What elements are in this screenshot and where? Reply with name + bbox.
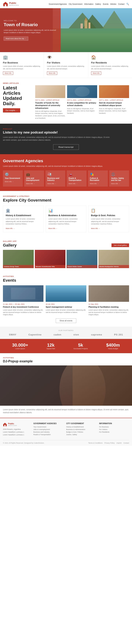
nav-contact[interactable]: Contact (118, 3, 124, 5)
card-residents-text: Lorem ipsum dolor sit amet, consectetur … (91, 65, 129, 70)
footer-link-info-1[interactable]: For Visitors (99, 428, 129, 430)
article-meta-0: Oct 3, 2021 · Latest Article (35, 99, 65, 101)
gov-link-2[interactable]: More info → (47, 183, 56, 184)
search-icon[interactable]: 🔍 (126, 3, 129, 5)
article-item-2: Oct 1, 2021 · Latest Article Sed do eius… (99, 85, 129, 119)
gallery-item-2[interactable]: Forest Visitor Center (67, 250, 97, 268)
footer-contact-link[interactable]: Contact (123, 442, 129, 444)
nav-government-agencies[interactable]: Government Agencies (49, 3, 67, 5)
footer-link-city-3[interactable]: Justice, Safety (66, 434, 96, 436)
explore-item-2: 📋 Budge & Govt. Policies Lorem ipsum dol… (88, 206, 129, 232)
footer-brand-sub: Services (8, 425, 17, 426)
podcast-transcript-button[interactable]: Read transcript (53, 144, 79, 150)
gov-link-4[interactable]: More info → (90, 183, 99, 184)
gov-item-2: 🏭 Business and Industry More info → (46, 170, 65, 186)
footer-link-city-1[interactable]: Business & Administration (66, 428, 96, 430)
footer-address: 2034 Rosario, ArgentinaLorem Hastellum L… (3, 428, 31, 436)
explore-link-0[interactable]: More info → (6, 228, 15, 229)
card-visitors-title: For Visitors (47, 61, 85, 64)
footer-link-gov-3[interactable]: Roads & Transportation (33, 434, 63, 436)
footer-link-gov-0[interactable]: Your Government (33, 426, 63, 428)
gov-link-3[interactable]: More info → (69, 183, 78, 184)
event-title-2[interactable]: Planning & Facilitation meeting (89, 306, 129, 308)
residents-icon: 🏠 (91, 55, 129, 60)
footer-terms-link[interactable]: Terms & Conditions (88, 442, 102, 444)
card-visitors-link[interactable]: More info (47, 72, 57, 75)
nav-gallery[interactable]: Gallery (95, 3, 101, 5)
footer-imprint-link[interactable]: Imprint (116, 442, 121, 444)
gallery-item-1[interactable]: Wooden Scandinavian Villa (35, 250, 66, 268)
popup-text: Lorem ipsum dolor sit amet, consectetur … (3, 408, 129, 414)
logo-sub: Services (9, 4, 19, 6)
hero-cta-button[interactable]: Read more about the city → (4, 36, 28, 40)
nav-city-government[interactable]: City Government (69, 3, 82, 5)
partners-section: Our Partners SWAY Capentine caden vion c… (0, 327, 132, 339)
gallery-virtual-button[interactable]: See virtual gallery (111, 244, 129, 247)
popup-label: Activities (3, 357, 129, 359)
gov-title-5: Justice, Safety and the law (111, 177, 127, 181)
footer-link-city-0[interactable]: History & Establishment (66, 426, 96, 428)
explore-link-2[interactable]: More info → (91, 228, 100, 229)
partner-logo-1: Capentine (28, 333, 42, 336)
footer-link-city-2[interactable]: Budge & Govt. Policies (66, 431, 96, 433)
gov-item-4: 🎭 Culture & Recreation More info → (88, 170, 108, 186)
footer-logo: Public Services (3, 422, 31, 426)
gov-icon-1: 💼 (26, 172, 42, 176)
hero-welcome: Welcome to (4, 20, 57, 22)
footer-link-info-2[interactable]: For Residents (99, 431, 129, 433)
gov-link-5[interactable]: More info → (111, 183, 120, 184)
gov-link-0[interactable]: More info → (5, 181, 14, 182)
event-image-1 (46, 285, 86, 302)
event-item-1: 16 Jul, 2021 Sport management webinar Lo… (46, 285, 86, 316)
card-business-link[interactable]: More info (3, 72, 13, 75)
card-residents-link[interactable]: More info (91, 72, 101, 75)
event-title-0[interactable]: Fintech & key investment Conference (3, 306, 43, 308)
show-all-events-button[interactable]: Show all events (56, 318, 76, 323)
footer-col-info-title: Information (99, 422, 129, 424)
event-item-0: 11 Jan, 2021 — 30 Jan, 2021 Fintech & ke… (3, 285, 43, 316)
event-text-2: Lorem ipsum dolor sit amet, consectetur … (89, 309, 129, 316)
article-title-2[interactable]: Sed do eiusmod tempor incididunt aliqua … (99, 102, 129, 107)
stat-number-0: 30.000+ (12, 342, 28, 348)
article-title-0[interactable]: Transfer of funds for the development of… (35, 102, 65, 110)
gov-item-3: 🚗 Roads & Transportation More info → (67, 170, 86, 186)
event-title-1[interactable]: Sport management webinar (46, 306, 86, 308)
explore-title: Explore City Government (3, 198, 129, 203)
gov-icon-4: 🎭 (90, 172, 106, 176)
popup-image-area (0, 366, 132, 406)
footer-link-info-0[interactable]: For Business (99, 426, 129, 428)
gallery-item-0[interactable]: Chelsea Group Tower (3, 250, 34, 268)
gallery-item-3[interactable]: Moskia Headquarter Interior (98, 250, 129, 268)
partners-label: Our Partners (3, 330, 129, 332)
gov-agencies-title: Goverment Agencies (3, 158, 129, 163)
explore-link-1[interactable]: More info → (48, 228, 57, 229)
latest-insights-button[interactable]: Our insights → (3, 108, 20, 112)
nav-information[interactable]: Information (84, 3, 93, 5)
cards-section: 🏢 For Business Lorem ipsum dolor sit ame… (0, 52, 132, 78)
article-image-2 (99, 85, 129, 98)
gallery-caption-2: Forest Visitor Center (67, 265, 97, 268)
hero-content: Welcome to Town of Rosario Lorem ipsum d… (0, 8, 61, 52)
latest-articles-layout: Latest Articles Updated Daily. Our insig… (3, 85, 129, 119)
stat-item-2: 5k Successful Projects (73, 342, 88, 350)
footer-col-city-gov: City Government History & Establishment … (66, 422, 96, 436)
gov-title-3: Roads & Transportation (69, 177, 85, 181)
article-item-0: Oct 3, 2021 · Latest Article Transfer of… (35, 85, 65, 119)
footer-link-gov-2[interactable]: Business and Industry (33, 431, 63, 433)
article-title-1[interactable]: A new competition for primary school stu… (67, 102, 97, 107)
partner-logo-2: caden (54, 333, 61, 336)
nav-articles[interactable]: Articles (110, 3, 116, 5)
footer: Public Services 2034 Rosario, ArgentinaL… (0, 418, 132, 446)
logo-name: Public (9, 2, 19, 4)
stat-label-3: Yearly Budget (106, 348, 120, 350)
card-residents-title: For Residents (91, 61, 129, 64)
latest-articles-label: News Articles (3, 82, 129, 84)
gallery-grid: Chelsea Group Tower Wooden Scandinavian … (3, 250, 129, 268)
nav-events[interactable]: Events (103, 3, 108, 5)
footer-link-gov-1[interactable]: Jobs & Unemployment (33, 428, 63, 430)
latest-articles-section: News Articles Latest Articles Updated Da… (0, 78, 132, 124)
article-excerpt-1: Duis ex elit legimus vituperata, id pri … (67, 108, 97, 114)
footer-col-gov-title: Government Agencies (33, 422, 63, 424)
gov-link-1[interactable]: More info → (26, 183, 35, 184)
footer-privacy-link[interactable]: Privacy Policy (104, 442, 114, 444)
